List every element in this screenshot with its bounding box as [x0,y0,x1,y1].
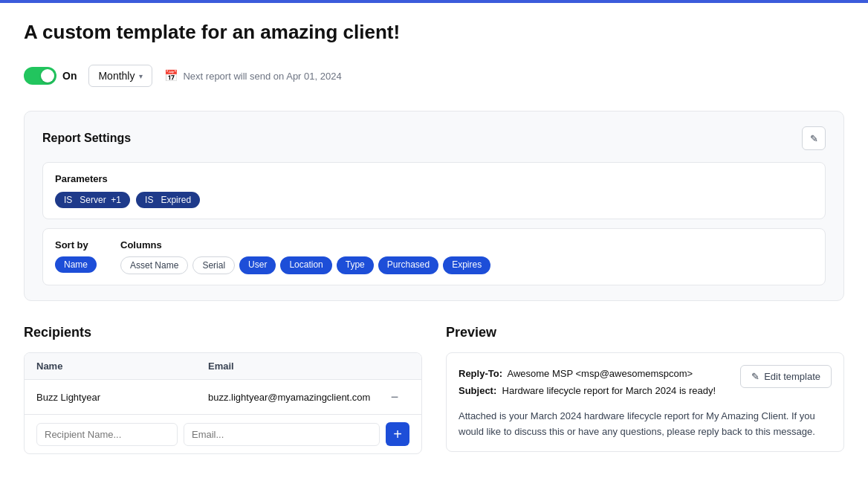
page-title: A custom template for an amazing client! [24,21,844,44]
recipients-section: Recipients Name Email Buzz Lightyear buz… [24,325,422,454]
reply-to-value: Awesome MSP <msp@awesomemspcom> [508,368,693,379]
reply-to-label: Reply-To: [459,368,502,379]
preview-card: Reply-To: Awesome MSP <msp@awesomemspcom… [446,352,844,452]
edit-template-button[interactable]: ✎ Edit template [740,365,832,388]
next-report-label: Next report will send on Apr 01, 2024 [183,71,341,82]
report-settings-header: Report Settings ✎ [42,126,826,150]
col-tag-user: User [239,256,276,274]
bottom-grid: Recipients Name Email Buzz Lightyear buz… [24,325,844,454]
calendar-icon: 📅 [164,69,178,83]
col-tag-expires: Expires [443,256,490,274]
subject-line: Subject: Hardware lifecycle report for M… [459,382,716,399]
sort-label: Sort by [55,239,97,250]
col-tag-location: Location [280,256,331,274]
next-report-info: 📅 Next report will send on Apr 01, 2024 [164,69,341,83]
reply-to-line: Reply-To: Awesome MSP <msp@awesomemspcom… [459,365,716,382]
col-tag-serial: Serial [192,256,235,274]
sort-value: Name [55,256,97,273]
subject-value: Hardware lifecycle report for March 2024… [502,385,716,396]
preview-body: Attached is your March 2024 hardware lif… [459,409,832,440]
add-recipient-row: + [25,415,421,453]
subject-label: Subject: [459,385,496,396]
columns-tags: Asset Name Serial User Location Type Pur… [120,256,490,274]
sort-columns-card: Sort by Name Columns Asset Name Serial U… [42,228,826,285]
report-settings-card: Report Settings ✎ Parameters IS Server +… [24,111,844,301]
param-tag-server: IS Server +1 [55,192,130,208]
col-tag-purchased: Purchased [378,256,438,274]
parameters-tags: IS Server +1 IS Expired [55,192,813,208]
preview-header: Reply-To: Awesome MSP <msp@awesomemspcom… [459,365,832,400]
parameters-title: Parameters [55,173,813,184]
recipient-email-input[interactable] [184,423,380,446]
recipient-email: buzz.lightyear@myamazingclient.com [208,392,380,403]
remove-recipient-button[interactable]: − [380,389,409,405]
columns-section: Columns Asset Name Serial User Location … [120,239,490,274]
col-tag-asset-name: Asset Name [120,256,188,274]
parameters-card: Parameters IS Server +1 IS Expired [42,162,826,219]
toggle-switch[interactable] [24,67,56,85]
preview-meta: Reply-To: Awesome MSP <msp@awesomemspcom… [459,365,716,400]
frequency-label: Monthly [98,70,135,82]
add-recipient-button[interactable]: + [386,422,409,446]
recipients-table: Name Email Buzz Lightyear buzz.lightyear… [24,352,422,454]
param-tag-expired: IS Expired [136,192,200,208]
columns-label: Columns [120,239,490,250]
chevron-down-icon: ▾ [139,72,143,80]
pencil-icon: ✎ [751,371,760,382]
toggle-track [24,67,56,85]
toggle-wrapper: On [24,67,77,85]
edit-template-label: Edit template [764,371,820,382]
col-header-actions [380,361,409,372]
col-header-email: Email [208,361,380,372]
report-settings-title: Report Settings [42,132,131,145]
recipient-name-input[interactable] [36,423,178,446]
plus-icon: + [393,427,402,442]
col-header-name: Name [36,361,208,372]
report-settings-edit-button[interactable]: ✎ [802,126,826,150]
top-bar [0,0,868,3]
preview-title: Preview [446,325,844,340]
frequency-dropdown[interactable]: Monthly ▾ [88,65,152,87]
recipients-title: Recipients [24,325,422,340]
top-controls: On Monthly ▾ 📅 Next report will send on … [24,65,844,87]
table-header: Name Email [25,353,421,380]
pencil-icon: ✎ [810,133,818,144]
toggle-thumb [41,69,54,83]
preview-section: Preview Reply-To: Awesome MSP <msp@aweso… [446,325,844,454]
col-tag-type: Type [337,256,374,274]
recipient-name: Buzz Lightyear [36,392,208,403]
toggle-label: On [62,70,77,82]
sort-section: Sort by Name [55,239,97,273]
table-row: Buzz Lightyear buzz.lightyear@myamazingc… [25,380,421,415]
